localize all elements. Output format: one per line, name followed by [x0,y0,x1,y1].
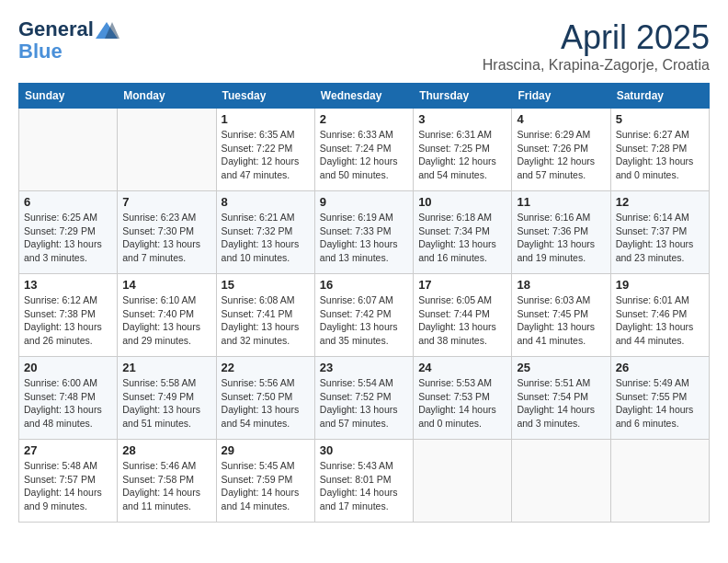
day-cell-15: 15Sunrise: 6:08 AM Sunset: 7:41 PM Dayli… [216,274,314,357]
month-title: April 2025 [483,18,710,57]
day-number: 3 [418,112,506,126]
day-info: Sunrise: 6:31 AM Sunset: 7:25 PM Dayligh… [418,128,506,182]
day-info: Sunrise: 5:56 AM Sunset: 7:50 PM Dayligh… [222,376,310,431]
day-number: 19 [616,278,704,292]
day-info: Sunrise: 6:03 AM Sunset: 7:45 PM Dayligh… [517,293,605,348]
day-info: Sunrise: 5:58 AM Sunset: 7:49 PM Dayligh… [122,376,210,431]
day-cell-5: 5Sunrise: 6:27 AM Sunset: 7:28 PM Daylig… [610,109,709,191]
day-cell-4: 4Sunrise: 6:29 AM Sunset: 7:26 PM Daylig… [512,109,610,191]
day-number: 29 [222,443,310,457]
day-info: Sunrise: 6:10 AM Sunset: 7:40 PM Dayligh… [122,293,210,348]
day-cell-9: 9Sunrise: 6:19 AM Sunset: 7:33 PM Daylig… [314,191,413,274]
weekday-header-sunday: Sunday [19,84,118,109]
day-number: 13 [24,278,112,292]
day-cell-18: 18Sunrise: 6:03 AM Sunset: 7:45 PM Dayli… [512,274,610,357]
day-cell-6: 6Sunrise: 6:25 AM Sunset: 7:29 PM Daylig… [19,191,118,274]
empty-cell [414,440,512,523]
day-info: Sunrise: 6:27 AM Sunset: 7:28 PM Dayligh… [616,128,704,182]
day-number: 26 [616,361,704,374]
day-info: Sunrise: 5:45 AM Sunset: 7:59 PM Dayligh… [222,459,310,513]
day-info: Sunrise: 6:05 AM Sunset: 7:44 PM Dayligh… [418,293,506,348]
day-cell-2: 2Sunrise: 6:33 AM Sunset: 7:24 PM Daylig… [314,109,413,191]
empty-cell [512,440,610,523]
weekday-header-friday: Friday [512,84,610,109]
weekday-header-row: SundayMondayTuesdayWednesdayThursdayFrid… [19,84,710,109]
day-cell-24: 24Sunrise: 5:53 AM Sunset: 7:53 PM Dayli… [414,357,512,440]
day-number: 2 [320,112,408,126]
calendar-table: SundayMondayTuesdayWednesdayThursdayFrid… [18,83,710,523]
weekday-header-tuesday: Tuesday [216,84,314,109]
week-row-5: 27Sunrise: 5:48 AM Sunset: 7:57 PM Dayli… [19,440,710,523]
day-info: Sunrise: 6:16 AM Sunset: 7:36 PM Dayligh… [517,211,605,265]
day-number: 24 [418,361,506,374]
weekday-header-wednesday: Wednesday [314,84,413,109]
day-cell-3: 3Sunrise: 6:31 AM Sunset: 7:25 PM Daylig… [414,109,512,191]
day-info: Sunrise: 6:07 AM Sunset: 7:42 PM Dayligh… [320,293,408,348]
day-cell-16: 16Sunrise: 6:07 AM Sunset: 7:42 PM Dayli… [314,274,413,357]
day-number: 9 [320,195,408,209]
day-number: 28 [122,443,210,457]
week-row-4: 20Sunrise: 6:00 AM Sunset: 7:48 PM Dayli… [19,357,710,440]
day-info: Sunrise: 6:01 AM Sunset: 7:46 PM Dayligh… [616,293,704,348]
day-number: 10 [418,195,506,209]
day-info: Sunrise: 6:23 AM Sunset: 7:30 PM Dayligh… [122,211,210,265]
day-cell-12: 12Sunrise: 6:14 AM Sunset: 7:37 PM Dayli… [610,191,709,274]
day-cell-14: 14Sunrise: 6:10 AM Sunset: 7:40 PM Dayli… [118,274,216,357]
day-info: Sunrise: 6:25 AM Sunset: 7:29 PM Dayligh… [24,211,112,265]
day-cell-21: 21Sunrise: 5:58 AM Sunset: 7:49 PM Dayli… [118,357,216,440]
day-cell-30: 30Sunrise: 5:43 AM Sunset: 8:01 PM Dayli… [314,440,413,523]
day-info: Sunrise: 5:53 AM Sunset: 7:53 PM Dayligh… [418,376,506,431]
day-info: Sunrise: 6:35 AM Sunset: 7:22 PM Dayligh… [222,128,310,182]
day-info: Sunrise: 6:19 AM Sunset: 7:33 PM Dayligh… [320,211,408,265]
day-cell-23: 23Sunrise: 5:54 AM Sunset: 7:52 PM Dayli… [314,357,413,440]
day-cell-11: 11Sunrise: 6:16 AM Sunset: 7:36 PM Dayli… [512,191,610,274]
day-info: Sunrise: 5:49 AM Sunset: 7:55 PM Dayligh… [616,376,704,431]
day-cell-26: 26Sunrise: 5:49 AM Sunset: 7:55 PM Dayli… [610,357,709,440]
day-info: Sunrise: 5:54 AM Sunset: 7:52 PM Dayligh… [320,376,408,431]
day-cell-22: 22Sunrise: 5:56 AM Sunset: 7:50 PM Dayli… [216,357,314,440]
logo: General Blue [18,18,119,63]
day-cell-10: 10Sunrise: 6:18 AM Sunset: 7:34 PM Dayli… [414,191,512,274]
day-info: Sunrise: 6:08 AM Sunset: 7:41 PM Dayligh… [222,293,310,348]
day-info: Sunrise: 6:21 AM Sunset: 7:32 PM Dayligh… [222,211,310,265]
day-info: Sunrise: 6:14 AM Sunset: 7:37 PM Dayligh… [616,211,704,265]
week-row-3: 13Sunrise: 6:12 AM Sunset: 7:38 PM Dayli… [19,274,710,357]
day-info: Sunrise: 6:18 AM Sunset: 7:34 PM Dayligh… [418,211,506,265]
day-cell-25: 25Sunrise: 5:51 AM Sunset: 7:54 PM Dayli… [512,357,610,440]
day-cell-28: 28Sunrise: 5:46 AM Sunset: 7:58 PM Dayli… [118,440,216,523]
day-info: Sunrise: 6:00 AM Sunset: 7:48 PM Dayligh… [24,376,112,431]
day-number: 1 [222,112,310,126]
day-info: Sunrise: 6:29 AM Sunset: 7:26 PM Dayligh… [517,128,605,182]
day-cell-17: 17Sunrise: 6:05 AM Sunset: 7:44 PM Dayli… [414,274,512,357]
location: Hrascina, Krapina-Zagorje, Croatia [483,57,710,74]
day-number: 5 [616,112,704,126]
day-number: 27 [24,443,112,457]
day-number: 30 [320,443,408,457]
logo-text: General Blue [18,18,119,63]
day-number: 25 [517,361,605,374]
day-number: 7 [122,195,210,209]
week-row-1: 1Sunrise: 6:35 AM Sunset: 7:22 PM Daylig… [19,109,710,191]
day-info: Sunrise: 5:46 AM Sunset: 7:58 PM Dayligh… [122,459,210,513]
day-number: 22 [222,361,310,374]
day-info: Sunrise: 5:51 AM Sunset: 7:54 PM Dayligh… [517,376,605,431]
day-number: 8 [222,195,310,209]
day-number: 6 [24,195,112,209]
weekday-header-saturday: Saturday [610,84,709,109]
day-number: 17 [418,278,506,292]
day-cell-8: 8Sunrise: 6:21 AM Sunset: 7:32 PM Daylig… [216,191,314,274]
day-info: Sunrise: 5:48 AM Sunset: 7:57 PM Dayligh… [24,459,112,513]
day-number: 14 [122,278,210,292]
day-cell-27: 27Sunrise: 5:48 AM Sunset: 7:57 PM Dayli… [19,440,118,523]
day-cell-29: 29Sunrise: 5:45 AM Sunset: 7:59 PM Dayli… [216,440,314,523]
day-cell-1: 1Sunrise: 6:35 AM Sunset: 7:22 PM Daylig… [216,109,314,191]
day-number: 23 [320,361,408,374]
day-cell-13: 13Sunrise: 6:12 AM Sunset: 7:38 PM Dayli… [19,274,118,357]
empty-cell [19,109,118,191]
logo-blue: Blue [18,40,63,63]
day-number: 12 [616,195,704,209]
day-number: 18 [517,278,605,292]
day-number: 4 [517,112,605,126]
day-cell-20: 20Sunrise: 6:00 AM Sunset: 7:48 PM Dayli… [19,357,118,440]
day-info: Sunrise: 5:43 AM Sunset: 8:01 PM Dayligh… [320,459,408,513]
